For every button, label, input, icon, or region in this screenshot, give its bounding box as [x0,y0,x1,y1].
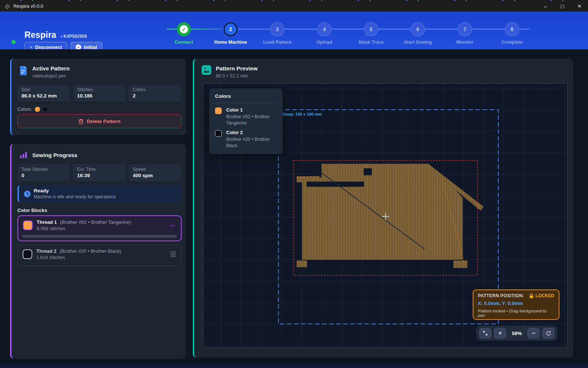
check-icon: ✓ [180,25,188,33]
color-2-swatch [215,130,222,137]
reset-view-button[interactable] [542,328,554,338]
step-label: Home Machine [207,40,255,45]
step-5-mask-trace[interactable]: 5 [364,22,378,36]
close-button[interactable]: × [571,1,588,11]
stat-label: Speed [133,167,177,172]
stat-size: Size 86.0 x 52.2 mm [17,84,70,102]
stat-value: 10.186 [77,93,121,99]
image-icon [202,65,211,75]
lock-icon [529,294,534,298]
card-title: Active Pattern [32,65,70,72]
position-label: PATTERN POSITION: [478,293,524,298]
pan-hint: Pattern locked • Drag background to pan [478,309,554,318]
card-title: Sewing Progress [32,152,77,158]
stat-est-time: Est. Time 16:39 [73,164,125,181]
fit-to-screen-button[interactable] [479,328,491,338]
step-3-load-pattern[interactable]: 3 [270,22,284,36]
step-7-monitor[interactable]: 7 [458,22,472,36]
step-label: Complete [488,40,536,45]
stat-label: Total Stitches [22,167,66,172]
legend-title: Colors [215,93,277,99]
color-swatch-orange [35,107,40,112]
step-connector [425,29,458,30]
legend-color-desc: Brother #52 • Brother Tangerine [226,114,277,126]
legend-color-name: Color 2 [226,130,277,135]
active-pattern-card: Active Pattern valetudogv2.pes Size 86.0… [10,59,186,135]
thread-detail: (Brother #52 • Brother Tangerine) [60,219,131,225]
clock-icon [24,190,31,198]
delete-pattern-button[interactable]: Delete Pattern [17,114,182,128]
step-label: Load Pattern [253,40,301,45]
machine-status-banner: Ready Machine is idle and ready for oper… [17,185,182,202]
pattern-position-overlay: PATTERN POSITION: LOCKED X: 0.0mm, Y: 0.… [473,289,559,320]
status-description: Machine is idle and ready for operations [34,194,177,199]
window-bottom-accent [0,365,588,368]
step-1-connect[interactable]: ✓ [177,22,191,36]
thread-stitch-count: 1.618 stitches [36,255,65,260]
preview-canvas[interactable]: Hoop: 100 x 100 mm Colors Color 1 Brothe… [203,83,568,348]
color-1-swatch [215,107,222,114]
step-4-upload[interactable]: 4 [317,22,331,36]
zoom-out-button[interactable]: − [528,328,539,338]
pattern-preview-card: Pattern Preview 86.0 × 52.2 mm [193,59,573,358]
thread-1-swatch [23,221,33,230]
thread-2-swatch [23,249,32,259]
color-blocks-heading: Color Blocks [17,208,47,213]
header: Respira • K4P502956 × Disconnect ✓ Initi… [0,11,588,49]
zoom-toolbar: + 58% − [476,326,557,341]
thread-stitch-count: 8.568 stitches [37,226,65,231]
step-label: Connect [160,40,208,45]
stat-value: 16:39 [77,173,121,178]
step-connector [519,29,529,30]
stat-total-stitches: Total Stitches 0 [17,164,70,181]
stat-stitches: Stitches 10.186 [73,84,125,102]
step-connector [284,29,317,30]
step-connector [472,29,505,30]
thread-name: Thread 2 [36,248,56,254]
step-label: Start Sewing [394,40,442,45]
step-connector [167,29,177,30]
divider [215,103,277,103]
step-connector [238,29,270,30]
hoop-size-label: Hoop: 100 x 100 mm [283,112,322,116]
thread-1-row[interactable]: Thread 1 (Brother #52 • Brother Tangerin… [17,215,182,241]
thread-detail: (Brother #20 • Brother Black) [60,248,121,254]
maximize-button[interactable]: □ [554,1,571,11]
minimize-button[interactable]: – [537,1,554,11]
workflow-stepper: ✓ 2 3 4 5 6 7 8 Connect Home Machine Loa… [0,11,588,49]
arrow-right-icon: → [169,221,176,229]
colors-label: Colors: [17,107,32,112]
step-label: Monitor [441,40,489,45]
stat-colors: Colors 2 [129,84,181,102]
step-label: Mask Trace [347,40,395,45]
stat-value: 2 [133,93,177,99]
pattern-dimensions: 86.0 × 52.2 mm [216,73,258,79]
status-title: Ready [34,188,177,193]
bar-chart-icon [19,150,28,159]
step-6-start-sewing[interactable]: 6 [411,22,425,36]
locked-badge: LOCKED [535,293,554,298]
step-connector [378,29,411,30]
color-swatch-black [43,107,48,112]
stat-value: 400 spm [133,173,177,178]
fit-to-screen-icon [483,331,488,336]
titlebar: Respira v0.0.0 – □ × [0,1,588,11]
layers-stack-icon [170,251,176,258]
zoom-in-button[interactable]: + [494,328,506,338]
sewing-progress-card: Sewing Progress Total Stitches 0 Est. Ti… [10,144,186,359]
legend-item: Color 1 Brother #52 • Brother Tangerine [215,107,277,126]
legend-color-name: Color 1 [226,107,277,113]
step-8-complete[interactable]: 8 [505,22,519,36]
refresh-icon [546,331,551,336]
pattern-filename: valetudogv2.pes [32,73,70,79]
file-icon [19,65,28,76]
stat-label: Est. Time [77,167,121,172]
app-icon [4,4,10,9]
stat-label: Stitches [77,87,121,92]
stat-speed: Speed 400 spm [129,164,181,181]
thread-2-row[interactable]: Thread 2 (Brother #20 • Brother Black) 1… [17,245,182,266]
pattern-coordinates: X: 0.0mm, Y: 0.0mm [478,301,554,306]
window-title: Respira v0.0.0 [13,4,43,9]
stat-label: Size [22,87,66,92]
step-2-home-machine[interactable]: 2 [224,22,238,36]
